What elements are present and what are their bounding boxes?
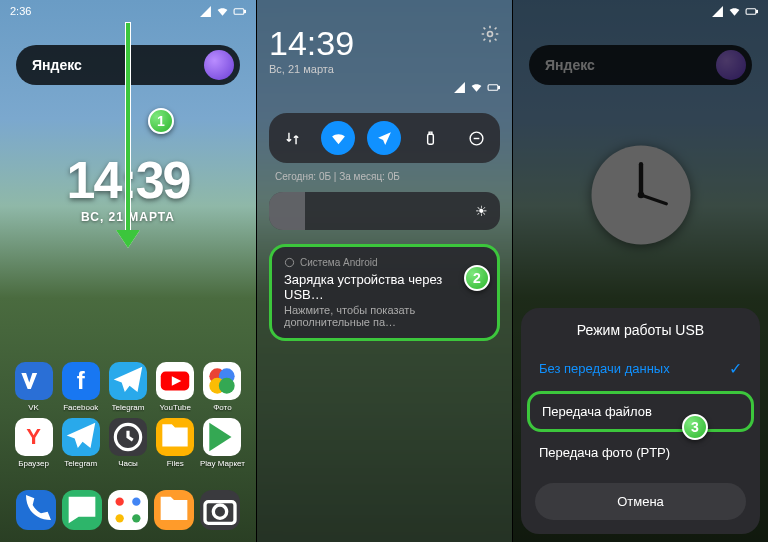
battery-icon — [745, 5, 758, 18]
step-badge-1: 1 — [148, 108, 174, 134]
phone-usb-dialog: Яндекс Режим работы USB Без передачи дан… — [512, 0, 768, 542]
svg-point-13 — [213, 505, 226, 518]
dock-messages[interactable] — [62, 490, 102, 530]
dock-filemanager[interactable] — [154, 490, 194, 530]
brightness-icon: ☀ — [475, 203, 488, 219]
svg-rect-15 — [488, 84, 498, 89]
wifi-icon — [216, 5, 229, 18]
toggle-location[interactable] — [367, 121, 401, 155]
app-files[interactable]: Files — [152, 418, 199, 468]
svg-rect-17 — [428, 134, 434, 144]
app-youtube[interactable]: YouTube — [152, 362, 199, 412]
app-playstore[interactable]: Play Маркет — [199, 418, 246, 468]
toggle-power[interactable] — [414, 121, 448, 155]
app-telegram2[interactable]: Telegram — [57, 418, 104, 468]
svg-rect-20 — [746, 8, 756, 13]
svg-point-14 — [488, 32, 493, 37]
brightness-slider[interactable]: ☀ — [269, 192, 500, 230]
app-facebook[interactable]: f Facebook — [57, 362, 104, 412]
app-telegram[interactable]: Telegram — [104, 362, 151, 412]
usb-option-no-data[interactable]: Без передачи данных✓ — [521, 346, 760, 391]
notification-body: Нажмите, чтобы показать дополнительные п… — [284, 304, 485, 328]
shade-status-icons — [269, 75, 500, 97]
toggle-wifi[interactable] — [321, 121, 355, 155]
notification-source: Система Android — [284, 257, 485, 268]
svg-point-19 — [285, 258, 293, 266]
sheet-title: Режим работы USB — [521, 322, 760, 338]
dock — [0, 490, 256, 530]
svg-rect-21 — [756, 10, 757, 12]
gear-icon[interactable] — [480, 24, 500, 44]
cancel-button[interactable]: Отмена — [535, 483, 746, 520]
app-browser[interactable]: Y Браузер — [10, 418, 57, 468]
status-icons — [199, 5, 246, 18]
app-clock[interactable]: Часы — [104, 418, 151, 468]
svg-rect-1 — [244, 10, 245, 12]
wifi-icon — [728, 5, 741, 18]
usb-option-ptp[interactable]: Передача фото (PTP) — [521, 432, 760, 473]
app-photos[interactable]: Фото — [199, 362, 246, 412]
status-bar — [513, 0, 768, 22]
svg-rect-0 — [234, 8, 244, 13]
quick-toggles — [269, 113, 500, 163]
toggle-dnd[interactable] — [460, 121, 494, 155]
svg-point-9 — [132, 498, 140, 506]
dock-appdrawer[interactable] — [108, 490, 148, 530]
phone-notification-shade: 14:39 Вс, 21 марта Сегодня: 0Б | За меся… — [256, 0, 512, 542]
app-vk[interactable]: VK — [10, 362, 57, 412]
svg-point-6 — [219, 378, 235, 394]
status-time: 2:36 — [10, 5, 31, 17]
battery-icon — [487, 81, 500, 94]
usb-option-file-transfer[interactable]: Передача файлов — [527, 391, 754, 432]
step-badge-3: 3 — [682, 414, 708, 440]
alice-icon[interactable] — [204, 50, 234, 80]
signal-icon — [453, 81, 466, 94]
svg-point-8 — [116, 498, 124, 506]
wifi-icon — [470, 81, 483, 94]
android-icon — [284, 257, 295, 268]
toggle-data[interactable] — [275, 121, 309, 155]
usb-mode-sheet: Режим работы USB Без передачи данных✓ Пе… — [521, 308, 760, 534]
search-label: Яндекс — [32, 57, 204, 73]
phone-home: 2:36 Яндекс 14:39 ВС, 21 МАРТА 1 VK f Fa… — [0, 0, 256, 542]
check-icon: ✓ — [729, 359, 742, 378]
svg-rect-16 — [498, 86, 499, 88]
battery-icon — [233, 5, 246, 18]
app-grid: VK f Facebook Telegram YouTube Фото Y Бр… — [0, 362, 256, 468]
step-badge-2: 2 — [464, 265, 490, 291]
svg-point-10 — [116, 514, 124, 522]
status-bar: 2:36 — [0, 0, 256, 22]
dock-camera[interactable] — [200, 490, 240, 530]
usb-notification[interactable]: Система Android Зарядка устройства через… — [269, 244, 500, 341]
dock-phone[interactable] — [16, 490, 56, 530]
notification-title: Зарядка устройства через USB… — [284, 272, 485, 302]
svg-point-11 — [132, 514, 140, 522]
shade-time: 14:39 — [269, 24, 354, 63]
data-usage: Сегодня: 0Б | За месяц: 0Б — [269, 171, 500, 182]
signal-icon — [199, 5, 212, 18]
signal-icon — [711, 5, 724, 18]
shade-date: Вс, 21 марта — [269, 63, 354, 75]
